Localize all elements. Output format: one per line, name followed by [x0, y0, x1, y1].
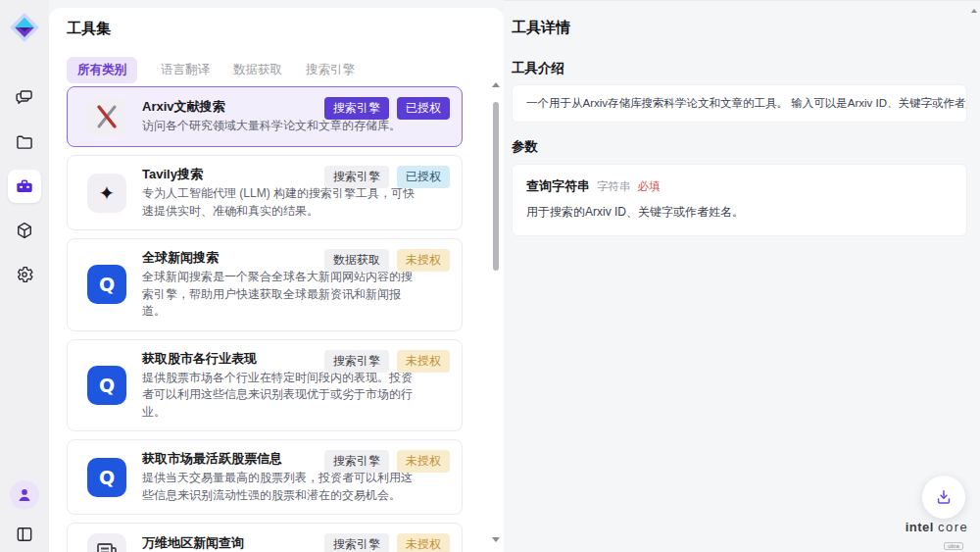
- auth-status-badge: 未授权: [397, 533, 450, 552]
- tavily-star-icon: ✦: [87, 174, 126, 213]
- tool-badges: 搜索引擎 已授权: [324, 97, 450, 120]
- folder-icon: [15, 132, 34, 152]
- tool-description: 全球新闻搜索是一个聚合全球各大新闻网站内容的搜索引擎，帮助用户快速获取全球最新资…: [142, 269, 418, 321]
- sidebar-item-toolbox[interactable]: [8, 170, 41, 203]
- category-badge: 搜索引擎: [324, 533, 389, 552]
- param-type: 字符串: [597, 179, 631, 194]
- scroll-up-arrow-icon[interactable]: [492, 82, 500, 87]
- params-heading: 参数: [512, 138, 538, 156]
- tool-card[interactable]: Arxiv文献搜索 访问各个研究领域大量科学论文和文章的存储库。 搜索引擎 已授…: [67, 86, 463, 147]
- tool-card[interactable]: 万维地区新闻查询 查询具体行政区划内的新闻，快速了解各地新闻动 搜索引擎 未授权: [67, 523, 463, 552]
- tab-3[interactable]: 搜索引擎: [306, 57, 355, 83]
- param-header: 查询字符串 字符串 必填: [526, 177, 953, 195]
- user-avatar-icon: [15, 485, 34, 505]
- tool-card[interactable]: Q 获取股市各行业表现 提供股票市场各个行业在特定时间段内的表现。投资者可以利用…: [67, 339, 463, 432]
- category-badge: 搜索引擎: [324, 450, 389, 473]
- download-icon: [934, 487, 954, 507]
- list-scrollbar[interactable]: [490, 82, 502, 542]
- tab-0[interactable]: 所有类别: [67, 57, 137, 83]
- tool-card[interactable]: Q 获取市场最活跃股票信息 提供当天交易量最高的股票列表，投资者可以利用这些信息…: [67, 439, 463, 515]
- details-title: 工具详情: [512, 19, 570, 37]
- param-description: 用于搜索的Arxiv ID、关键字或作者姓名。: [526, 204, 953, 221]
- sidebar-item-packages[interactable]: [8, 214, 41, 247]
- category-badge: 搜索引擎: [324, 350, 389, 373]
- chat-icon: [15, 88, 34, 108]
- tool-description: 访问各个研究领域大量科学论文和文章的存储库。: [142, 118, 418, 135]
- sidebar-item-chat[interactable]: [8, 81, 41, 115]
- toolset-title: 工具集: [67, 20, 111, 38]
- tool-card[interactable]: Q 全球新闻搜索 全球新闻搜索是一个聚合全球各大新闻网站内容的搜索引擎，帮助用户…: [67, 238, 463, 331]
- tool-badges: 搜索引擎 未授权: [324, 350, 450, 373]
- sidebar-rail: [0, 0, 49, 552]
- scrollbar-thumb[interactable]: [493, 102, 499, 271]
- category-badge: 数据获取: [324, 249, 389, 272]
- category-tabs: 所有类别语言翻译数据获取搜索引擎: [67, 57, 355, 83]
- blue-q-icon: Q: [87, 366, 126, 405]
- tool-card[interactable]: ✦ Tavily搜索 专为人工智能代理 (LLM) 构建的搜索引擎工具，可快速提…: [67, 155, 463, 230]
- tool-badges: 搜索引擎 已授权: [324, 166, 450, 188]
- tool-badges: 搜索引擎 未授权: [324, 450, 450, 473]
- param-card: 查询字符串 字符串 必填 用于搜索的Arxiv ID、关键字或作者姓名。: [512, 164, 967, 236]
- tool-badges: 数据获取 未授权: [324, 249, 450, 272]
- sidebar-item-files[interactable]: [8, 125, 41, 159]
- tool-description: 提供当天交易量最高的股票列表，投资者可以利用这些信息来识别流动性强的股票和潜在的…: [142, 470, 418, 504]
- tool-list: Arxiv文献搜索 访问各个研究领域大量科学论文和文章的存储库。 搜索引擎 已授…: [67, 86, 463, 552]
- cube-icon: [15, 221, 34, 240]
- intel-core-logo: intel core ultra: [900, 520, 974, 552]
- sidebar-item-settings[interactable]: [8, 258, 41, 291]
- blue-q-icon: Q: [87, 265, 126, 304]
- layout-panel-icon: [15, 525, 34, 544]
- sidebar-item-layout[interactable]: [8, 518, 41, 551]
- auth-status-badge: 未授权: [397, 450, 450, 473]
- tool-description: 提供股票市场各个行业在特定时间段内的表现。投资者可以利用这些信息来识别表现优于或…: [142, 370, 418, 422]
- core-brand-text: core: [938, 520, 968, 534]
- intel-brand-text: intel: [906, 520, 934, 534]
- tool-badges: 搜索引擎 未授权: [324, 533, 450, 552]
- ultra-badge: ultra: [944, 542, 963, 550]
- settings-gear-icon: [15, 265, 34, 284]
- auth-status-badge: 已授权: [397, 97, 450, 120]
- tool-details-panel: 工具详情 工具介绍 一个用于从Arxiv存储库搜索科学论文和文章的工具。 输入可…: [504, 0, 980, 552]
- scroll-down-arrow-icon[interactable]: [492, 537, 500, 542]
- tab-1[interactable]: 语言翻译: [161, 57, 210, 83]
- auth-status-badge: 未授权: [397, 350, 450, 373]
- toolbox-icon: [15, 176, 34, 196]
- arxiv-x-icon: [87, 97, 126, 136]
- category-badge: 搜索引擎: [324, 166, 389, 188]
- sidebar-item-account[interactable]: [8, 478, 41, 512]
- toolset-panel: 工具集 所有类别语言翻译数据获取搜索引擎 Arxiv文献搜索 访问各个研究领域大…: [49, 8, 504, 552]
- app-logo-icon: [9, 12, 40, 43]
- panel-scroll-up-arrow-icon[interactable]: [971, 9, 977, 13]
- param-required-flag: 必填: [638, 179, 661, 194]
- tool-intro-card: 一个用于从Arxiv存储库搜索科学论文和文章的工具。 输入可以是Arxiv ID…: [512, 84, 967, 123]
- intro-heading: 工具介绍: [512, 60, 564, 77]
- download-button[interactable]: [922, 476, 965, 519]
- auth-status-badge: 未授权: [397, 249, 450, 272]
- auth-status-badge: 已授权: [397, 166, 450, 188]
- avatar: [10, 480, 39, 510]
- blue-q-icon: Q: [87, 458, 126, 497]
- tool-description: 专为人工智能代理 (LLM) 构建的搜索引擎工具，可快速提供实时、准确和真实的结…: [142, 185, 418, 220]
- category-badge: 搜索引擎: [324, 97, 389, 120]
- tab-2[interactable]: 数据获取: [233, 57, 282, 83]
- newspaper-icon: [87, 533, 126, 552]
- param-name: 查询字符串: [526, 177, 590, 195]
